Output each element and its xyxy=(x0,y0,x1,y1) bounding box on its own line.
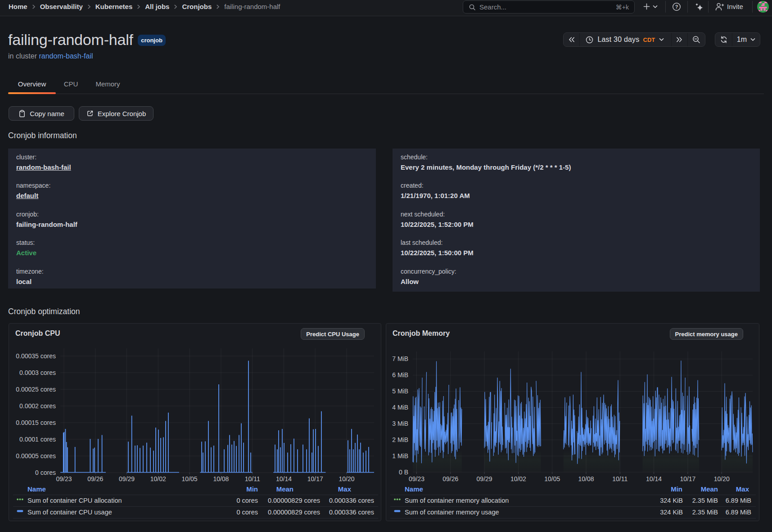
svg-text:0 B: 0 B xyxy=(399,469,408,476)
svg-text:09/29: 09/29 xyxy=(119,475,135,482)
svg-text:0.00015 cores: 0.00015 cores xyxy=(16,419,56,426)
svg-text:10/11: 10/11 xyxy=(245,475,260,482)
svg-text:09/26: 09/26 xyxy=(442,475,458,482)
svg-text:0.0001 cores: 0.0001 cores xyxy=(19,436,56,443)
svg-text:0 cores: 0 cores xyxy=(35,469,56,476)
svg-text:?: ? xyxy=(675,4,678,9)
svg-text:0.00025 cores: 0.00025 cores xyxy=(16,386,56,393)
svg-text:1 MiB: 1 MiB xyxy=(392,452,408,460)
svg-text:0.0002 cores: 0.0002 cores xyxy=(19,402,56,410)
svg-text:09/23: 09/23 xyxy=(56,475,72,482)
svg-text:6 MiB: 6 MiB xyxy=(392,371,408,379)
svg-text:09/26: 09/26 xyxy=(87,475,103,482)
svg-text:10/05: 10/05 xyxy=(182,475,198,482)
svg-text:10/02: 10/02 xyxy=(510,475,526,482)
svg-text:09/23: 09/23 xyxy=(409,475,424,482)
svg-text:10/08: 10/08 xyxy=(213,475,229,482)
svg-text:10/08: 10/08 xyxy=(578,475,594,482)
svg-text:10/11: 10/11 xyxy=(612,475,628,482)
svg-text:10/14: 10/14 xyxy=(276,475,292,482)
svg-text:4 MiB: 4 MiB xyxy=(392,404,408,411)
svg-text:10/14: 10/14 xyxy=(646,475,662,482)
svg-text:10/02: 10/02 xyxy=(150,475,166,482)
svg-text:0.00035 cores: 0.00035 cores xyxy=(16,352,56,360)
svg-text:10/17: 10/17 xyxy=(680,475,695,482)
svg-text:3 MiB: 3 MiB xyxy=(392,420,408,427)
svg-text:0.00005 cores: 0.00005 cores xyxy=(16,452,56,460)
svg-text:10/20: 10/20 xyxy=(339,475,354,482)
svg-text:09/29: 09/29 xyxy=(477,475,492,482)
svg-text:0.0003 cores: 0.0003 cores xyxy=(19,369,56,376)
svg-text:2 MiB: 2 MiB xyxy=(392,436,408,443)
svg-text:10/05: 10/05 xyxy=(544,475,560,482)
svg-text:10/17: 10/17 xyxy=(307,475,323,482)
svg-text:7 MiB: 7 MiB xyxy=(392,355,408,362)
svg-text:10/20: 10/20 xyxy=(714,475,730,482)
svg-text:5 MiB: 5 MiB xyxy=(392,388,408,395)
